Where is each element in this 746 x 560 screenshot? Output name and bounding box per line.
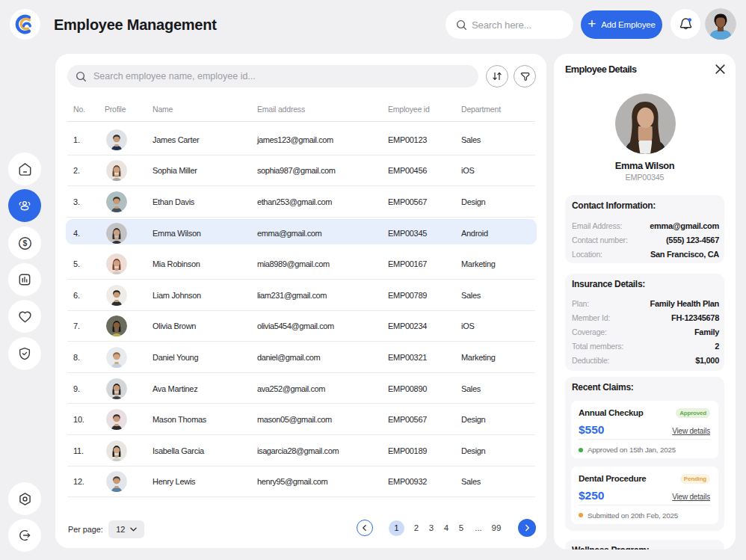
svg-text:$: $: [22, 239, 27, 247]
